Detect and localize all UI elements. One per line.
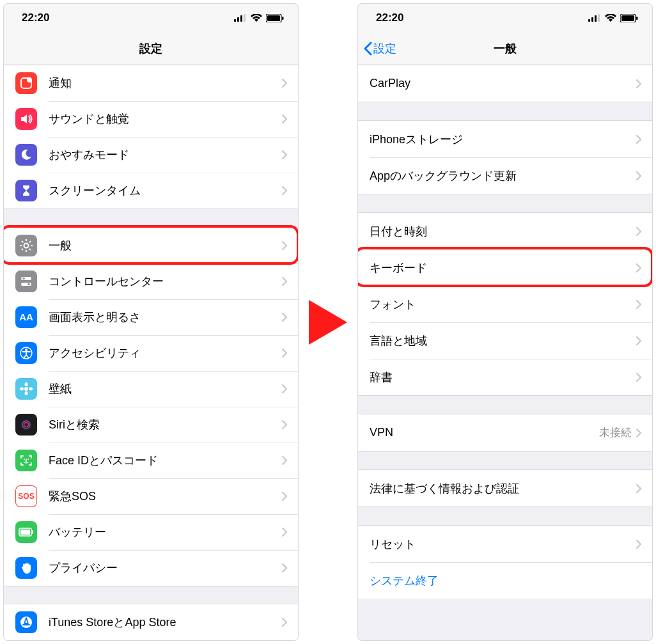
svg-point-23 — [25, 349, 27, 351]
general-list: CarPlayiPhoneストレージAppのバックグラウンド更新日付と時刻キーボ… — [358, 65, 652, 640]
svg-rect-1 — [237, 17, 239, 22]
row-screentime[interactable]: スクリーンタイム — [4, 173, 298, 208]
svg-point-21 — [27, 283, 30, 285]
row-general[interactable]: 一般 — [4, 228, 298, 263]
status-indicators — [234, 14, 284, 22]
row-legal[interactable]: 法律に基づく情報および認証 — [358, 470, 652, 507]
row-keyboard[interactable]: キーボード — [358, 249, 652, 286]
chevron-right-icon — [281, 114, 288, 124]
chevron-right-icon — [281, 455, 288, 466]
hourglass-icon — [15, 180, 37, 201]
row-storage[interactable]: iPhoneストレージ — [358, 121, 652, 157]
nav-bar: 設定 一般 — [358, 32, 652, 65]
row-label: VPN — [370, 426, 599, 439]
notification-icon — [15, 72, 37, 94]
chevron-right-icon — [281, 563, 288, 573]
row-control-center[interactable]: コントロールセンター — [4, 263, 298, 299]
row-sounds[interactable]: サウンドと触覚 — [4, 101, 298, 137]
row-itunes[interactable]: iTunes StoreとApp Store — [4, 604, 298, 640]
row-label: 壁紙 — [49, 381, 281, 397]
row-vpn[interactable]: VPN未接続 — [358, 414, 652, 451]
row-label: サウンドと触覚 — [49, 111, 281, 127]
row-faceid[interactable]: Face IDとパスコード — [4, 443, 298, 478]
row-siri[interactable]: Siriと検索 — [4, 407, 298, 443]
gear-icon — [15, 235, 37, 256]
row-dnd[interactable]: おやすみモード — [4, 137, 298, 173]
row-label: Siriと検索 — [49, 417, 281, 432]
row-carplay[interactable]: CarPlay — [358, 65, 652, 102]
siri-icon — [15, 414, 37, 436]
svg-rect-38 — [588, 19, 590, 22]
svg-rect-6 — [282, 17, 284, 20]
arrow-separator — [302, 4, 354, 640]
back-button[interactable]: 設定 — [363, 41, 396, 56]
row-label: 一般 — [49, 238, 281, 253]
chevron-right-icon — [281, 348, 288, 358]
wifi-icon — [605, 14, 616, 22]
row-detail: 未接続 — [599, 425, 632, 440]
flower-icon — [15, 378, 37, 400]
settings-list: 通知サウンドと触覚おやすみモードスクリーンタイム一般コントロールセンターAA画面… — [4, 65, 298, 640]
status-indicators — [588, 14, 638, 22]
hand-icon — [15, 557, 37, 579]
row-accessibility[interactable]: アクセシビリティ — [4, 335, 298, 371]
svg-point-28 — [29, 387, 33, 390]
sos-icon: SOS — [15, 485, 37, 507]
row-wallpaper[interactable]: 壁紙 — [4, 371, 298, 407]
status-time: 22:20 — [22, 12, 49, 24]
chevron-right-icon — [281, 491, 288, 501]
chevron-right-icon — [636, 539, 642, 549]
row-label: 画面表示と明るさ — [49, 310, 281, 325]
nav-bar: 設定 — [4, 32, 298, 65]
svg-rect-41 — [598, 14, 600, 22]
appstore-icon — [15, 611, 37, 633]
chevron-right-icon — [281, 185, 288, 196]
row-language[interactable]: 言語と地域 — [358, 322, 652, 359]
svg-line-14 — [22, 241, 23, 242]
chevron-right-icon — [281, 617, 288, 627]
switches-icon — [15, 271, 37, 292]
row-label: 緊急SOS — [49, 489, 281, 504]
row-label: システム終了 — [370, 573, 642, 588]
svg-rect-39 — [591, 17, 593, 22]
row-datetime[interactable]: 日付と時刻 — [358, 213, 652, 249]
row-shutdown[interactable]: システム終了 — [358, 562, 652, 599]
row-sos[interactable]: SOS緊急SOS — [4, 478, 298, 514]
faceid-icon — [15, 450, 37, 471]
row-reset[interactable]: リセット — [358, 526, 652, 562]
row-label: 通知 — [49, 75, 281, 91]
row-label: Face IDとパスコード — [49, 453, 281, 468]
row-notifications[interactable]: 通知 — [4, 65, 298, 101]
svg-point-9 — [24, 243, 29, 247]
chevron-right-icon — [281, 384, 288, 394]
svg-point-27 — [20, 387, 24, 390]
chevron-right-icon — [281, 78, 288, 88]
row-label: リセット — [370, 537, 636, 552]
page-title: 設定 — [139, 41, 162, 56]
svg-rect-44 — [636, 17, 638, 20]
chevron-right-icon — [636, 226, 642, 237]
svg-rect-43 — [621, 15, 634, 21]
battery-icon — [15, 521, 37, 543]
row-display[interactable]: AA画面表示と明るさ — [4, 299, 298, 335]
row-label: 言語と地域 — [370, 333, 636, 349]
arrow-right-icon — [309, 300, 347, 345]
status-time: 22:20 — [376, 12, 403, 24]
row-battery[interactable]: バッテリー — [4, 514, 298, 550]
chevron-right-icon — [281, 312, 288, 322]
row-privacy[interactable]: プライバシー — [4, 550, 298, 586]
svg-line-15 — [29, 249, 31, 250]
battery-icon — [620, 14, 638, 22]
row-bg-refresh[interactable]: Appのバックグラウンド更新 — [358, 157, 652, 194]
svg-point-24 — [24, 387, 28, 391]
svg-rect-36 — [32, 530, 33, 534]
row-label: 法律に基づく情報および認証 — [370, 481, 636, 496]
status-bar: 22:20 — [4, 4, 298, 32]
battery-icon — [266, 14, 284, 22]
cellular-icon — [588, 14, 601, 22]
svg-rect-40 — [595, 15, 597, 22]
row-fonts[interactable]: フォント — [358, 286, 652, 322]
row-label: アクセシビリティ — [49, 345, 281, 361]
row-dictionary[interactable]: 辞書 — [358, 359, 652, 395]
svg-line-16 — [22, 249, 23, 250]
